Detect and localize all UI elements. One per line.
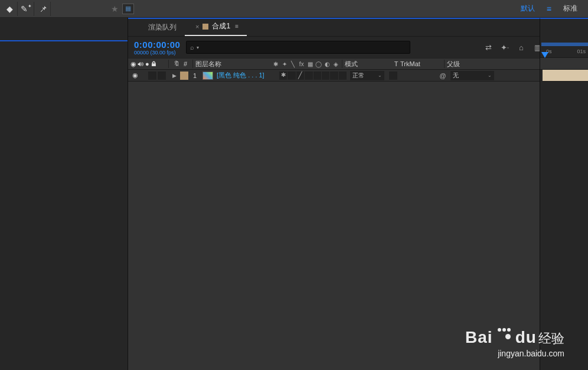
eraser-tool-icon[interactable]: ◆	[2, 2, 18, 16]
solo-column-icon[interactable]: ●	[145, 60, 149, 68]
trkmat-t-column: T	[392, 60, 400, 67]
number-column: #	[181, 60, 190, 67]
ruler-tick: 01s	[577, 48, 586, 54]
brush-tool-icon[interactable]: ✎✦	[19, 2, 34, 16]
layer-duration-bar[interactable]	[543, 70, 588, 82]
columns-header: ◉ 🔊︎ ● 🔒︎ 🔖︎ # 图层名称 ✱✦╲fx▦◯◐◈ 模式 T TrkMa…	[128, 58, 588, 70]
lock-toggle[interactable]	[158, 72, 166, 80]
workspace-menu-icon[interactable]: ≡	[547, 4, 551, 14]
parent-dropdown[interactable]: 无 ⌄	[450, 71, 494, 80]
favorite-star-icon[interactable]: ★	[111, 4, 119, 14]
workspace-default-label[interactable]: 默认	[521, 4, 535, 14]
solo-toggle[interactable]	[148, 72, 156, 80]
switch-motionblur[interactable]	[322, 72, 329, 80]
tab-label: 渲染队列	[148, 22, 177, 33]
snapping-toggle[interactable]: ▦	[122, 4, 134, 14]
layer-search-input[interactable]: ⌕ ▾	[186, 41, 410, 54]
switch-frameblend[interactable]	[313, 72, 321, 80]
switch-collapse[interactable]	[288, 72, 295, 80]
mode-column[interactable]: 模式	[345, 60, 392, 69]
playhead-icon[interactable]	[541, 52, 548, 59]
pin-tool-icon[interactable]: 📌︎	[35, 2, 51, 16]
visibility-toggle[interactable]: ◉	[130, 72, 140, 79]
chevron-down-icon: ⌄	[488, 73, 492, 78]
layer-color-swatch[interactable]	[180, 72, 188, 80]
trkmat-column[interactable]: TrkMat	[400, 60, 442, 67]
comp-mini-flowchart-icon[interactable]: ⇄	[483, 42, 494, 53]
tab-label: 合成1	[212, 21, 230, 31]
switch-fx[interactable]	[305, 72, 312, 80]
layer-name[interactable]: [黑色 纯色 . . . 1]	[217, 71, 279, 80]
layer-number: 1	[191, 72, 199, 79]
current-timecode[interactable]: 0:00:00:00	[134, 40, 180, 50]
switch-shy[interactable]: ✱	[279, 72, 287, 80]
audio-column-icon[interactable]: 🔊︎	[138, 60, 144, 68]
close-icon[interactable]: ×	[195, 23, 199, 30]
search-dropdown-icon[interactable]: ▾	[197, 45, 199, 50]
timeline-panel: 渲染队列 × 合成1 ≡ 0:00:00:00 00000 (30.00 fps…	[128, 18, 588, 370]
switch-quality[interactable]: ╱	[296, 72, 304, 80]
parent-column[interactable]: 父级	[447, 60, 506, 69]
switch-adjust[interactable]	[330, 72, 338, 80]
time-ruler[interactable]: 0s 01s	[540, 37, 588, 58]
timeline-ruler-panel: 0s 01s	[540, 18, 588, 370]
tab-menu-icon[interactable]: ≡	[235, 23, 239, 30]
layer-thumbnail-icon	[202, 72, 213, 80]
project-panel	[0, 18, 128, 370]
tab-render-queue[interactable]: 渲染队列	[140, 19, 185, 36]
chevron-down-icon: ⌄	[378, 73, 382, 78]
switch-3d[interactable]	[339, 72, 347, 80]
lock-column-icon[interactable]: 🔒︎	[151, 60, 157, 68]
pickwhip-icon[interactable]: @	[437, 72, 448, 79]
layer-empty-area[interactable]	[128, 82, 588, 370]
label-column-icon[interactable]: 🔖︎	[171, 60, 181, 67]
layer-row[interactable]: ◉ ▶ 1 [黑色 纯色 . . . 1] ✱ ╱	[128, 70, 588, 82]
shy-toggle-icon[interactable]: ⌂	[516, 42, 527, 53]
blend-mode-dropdown[interactable]: 正常 ⌄	[350, 71, 384, 80]
layer-name-column[interactable]: 图层名称	[195, 60, 272, 69]
switches-column: ✱✦╲fx▦◯◐◈	[272, 61, 339, 67]
trkmat-toggle[interactable]	[389, 72, 397, 80]
timecode-frames: 00000 (30.00 fps)	[134, 50, 180, 56]
tab-composition[interactable]: × 合成1 ≡	[185, 18, 247, 36]
draft-3d-icon[interactable]: ✦▫	[499, 42, 510, 53]
comp-color-icon	[202, 24, 208, 30]
eye-column-icon[interactable]: ◉	[130, 60, 136, 68]
search-icon: ⌕	[190, 44, 194, 51]
workspace-standard-label[interactable]: 标准	[563, 4, 577, 14]
twirl-icon[interactable]: ▶	[171, 73, 178, 79]
